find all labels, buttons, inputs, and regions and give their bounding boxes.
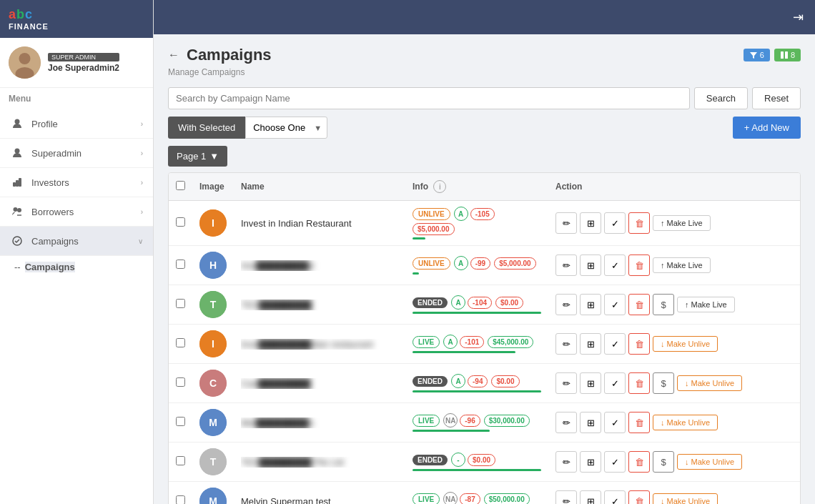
info-tags: LIVE NA -96 $30,000.00 [413,413,541,428]
status-badge: ENDED [413,455,448,465]
table-row: I Invest in Indian Restaurant UNLIVE A -… [169,201,800,246]
sidebar-item-investors[interactable]: Investors › [0,168,153,197]
info-icon[interactable]: i [433,180,446,193]
sidebar-item-superadmin[interactable]: Superadmin › [0,139,153,168]
info-tags: UNLIVE A -99 $5,000.00 [413,256,541,270]
table-row: H Hor████████d UNLIVE A -99 $5,000.00 ✏ … [169,246,800,285]
edit-button[interactable]: ✏ [555,333,577,355]
make-unlive-button[interactable]: ↓ Make Unlive [677,375,742,391]
campaign-name: Invest in Indian Restaurant [241,218,398,229]
choose-one-select[interactable]: Choose One [245,117,327,139]
profile-chevron: › [141,120,143,128]
grid-button[interactable]: ⊞ [580,490,601,504]
delete-button[interactable]: 🗑 [628,490,650,504]
grid-button[interactable]: ⊞ [580,372,601,394]
action-buttons: ✏ ⊞ ✓ 🗑 ↑ Make Live [555,212,793,234]
reset-button[interactable]: Reset [752,87,801,109]
svg-point-8 [14,207,18,212]
make-unlive-button[interactable]: ↓ Make Unlive [677,454,742,470]
edit-button[interactable]: ✏ [555,294,577,315]
edit-button[interactable]: ✏ [555,490,577,504]
amount-badge: $0.00 [491,375,519,387]
nav-divider-label: -- Campaigns [0,256,153,278]
row-checkbox[interactable] [176,495,185,504]
dollar-button[interactable]: $ [653,372,674,394]
profile-icon [10,117,24,131]
table-row: M Melvin Superman test LIVE NA -87 $50,0… [169,482,800,505]
delete-button[interactable]: 🗑 [628,372,650,394]
delete-button[interactable]: 🗑 [628,212,650,234]
borrowers-chevron: › [141,208,143,216]
logo-a: a [9,7,16,22]
row-checkbox[interactable] [176,338,185,347]
page-button[interactable]: Page 1 ▼ [168,146,227,167]
amount-badge: $5,000.00 [494,257,536,270]
grade-badge: A [454,207,468,221]
campaigns-icon [10,234,24,248]
row-checkbox[interactable] [176,377,185,387]
logout-icon[interactable]: ⇥ [793,9,804,25]
select-all-checkbox[interactable] [176,181,185,190]
make-unlive-button[interactable]: ↓ Make Unlive [653,493,718,504]
with-selected-button[interactable]: With Selected [168,117,245,139]
cols-badge[interactable]: 8 [774,49,801,61]
grid-button[interactable]: ⊞ [580,412,601,433]
grid-button[interactable]: ⊞ [580,212,601,234]
grid-button[interactable]: ⊞ [580,294,601,315]
svg-text:I: I [212,338,214,350]
sidebar-item-campaigns[interactable]: Campaigns ∨ [0,227,153,256]
row-checkbox[interactable] [176,299,185,308]
delete-button[interactable]: 🗑 [628,294,650,315]
approve-button[interactable]: ✓ [604,490,626,504]
status-badge: ENDED [413,376,448,387]
search-button[interactable]: Search [694,87,748,109]
profile-label: Profile [31,119,58,129]
campaign-thumb: I [199,209,227,237]
filter-badge[interactable]: 6 [744,49,770,61]
grade-badge: - [451,453,465,467]
back-button[interactable]: ← [168,49,179,61]
delete-button[interactable]: 🗑 [628,255,650,276]
approve-button[interactable]: ✓ [604,212,626,234]
make-live-button[interactable]: ↑ Make Live [653,215,711,231]
edit-button[interactable]: ✏ [555,412,577,433]
add-new-button[interactable]: + Add New [733,117,801,139]
row-checkbox[interactable] [176,217,185,227]
delete-button[interactable]: 🗑 [628,333,650,355]
grid-button[interactable]: ⊞ [580,255,601,276]
search-input[interactable] [168,87,690,109]
approve-button[interactable]: ✓ [604,451,626,473]
edit-button[interactable]: ✏ [555,451,577,473]
dollar-button[interactable]: $ [653,294,674,315]
make-unlive-button[interactable]: ↓ Make Unlive [653,415,718,430]
make-live-button[interactable]: ↑ Make Live [653,257,711,273]
sidebar-item-profile[interactable]: Profile › [0,109,153,139]
approve-button[interactable]: ✓ [604,255,626,276]
thumb-svg: M [199,409,227,436]
edit-button[interactable]: ✏ [555,372,577,394]
edit-button[interactable]: ✏ [555,255,577,276]
campaign-thumb: M [199,488,227,504]
dollar-button[interactable]: $ [653,451,674,473]
row-checkbox[interactable] [176,260,185,269]
row-checkbox[interactable] [176,417,185,426]
table-row: T TES████████ Pte Ltd ENDED - $0.00 ✏ ⊞ … [169,443,800,482]
row-checkbox[interactable] [176,456,185,465]
status-badge: LIVE [413,493,440,505]
delete-button[interactable]: 🗑 [628,451,650,473]
grid-button[interactable]: ⊞ [580,451,601,473]
role-badge: SUPER ADMIN [48,53,119,61]
action-buttons: ✏ ⊞ ✓ 🗑 ↓ Make Unlive [555,333,793,355]
delete-button[interactable]: 🗑 [628,412,650,433]
sidebar-item-borrowers[interactable]: Borrowers › [0,197,153,227]
grid-button[interactable]: ⊞ [580,333,601,355]
approve-button[interactable]: ✓ [604,333,626,355]
approve-button[interactable]: ✓ [604,412,626,433]
make-unlive-button[interactable]: ↓ Make Unlive [653,336,718,352]
approve-button[interactable]: ✓ [604,372,626,394]
campaigns-sub-label[interactable]: Campaigns [25,262,75,272]
user-section: SUPER ADMIN Joe Superadmin2 [0,38,153,88]
approve-button[interactable]: ✓ [604,294,626,315]
edit-button[interactable]: ✏ [555,212,577,234]
make-live-button[interactable]: ↑ Make Live [677,297,735,312]
